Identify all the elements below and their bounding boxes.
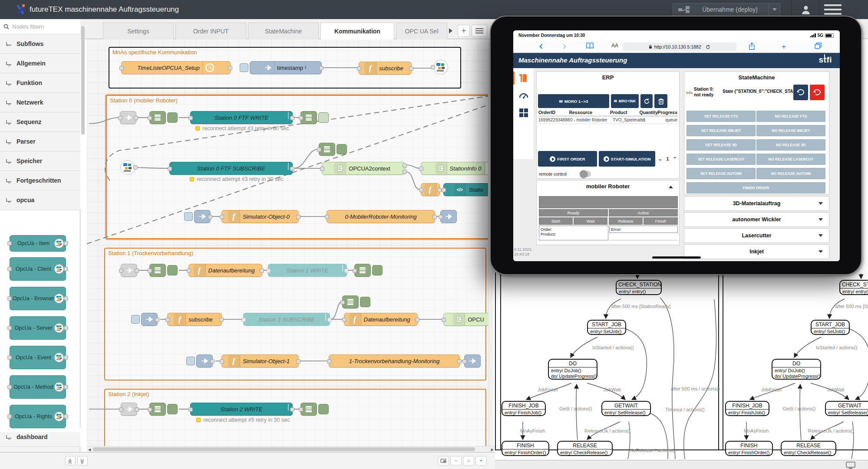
moro-button[interactable]: ✉MORO 1-->3 <box>538 94 609 108</box>
mro-ink-button[interactable]: ✉MRO+INK <box>611 94 639 108</box>
output-port[interactable] <box>135 269 139 273</box>
flow-node-statio[interactable]: </>Statio <box>443 183 495 196</box>
flow-node-timestamp[interactable]: timestamp ¹ <box>250 61 322 74</box>
flow-node-simulator-object-0[interactable]: fSimulator-Object-0 <box>221 210 299 223</box>
release-button-no-release-3d[interactable]: NO RELEASE 3D <box>756 139 825 151</box>
reload-icon[interactable] <box>706 45 710 49</box>
accordion-3d-materialauftrag[interactable]: 3D-Materialauftrag <box>684 196 829 211</box>
forward-button[interactable] <box>562 43 565 49</box>
flow-node-opcua2context[interactable]: OPCUA2context <box>322 162 405 175</box>
orders-tab-icon[interactable] <box>518 73 529 83</box>
output-port[interactable] <box>134 116 138 120</box>
palette-node-opcua-server[interactable]: OpcUa - Server <box>10 316 66 340</box>
release-button-set-release-lasercut[interactable]: SET RELEASE LASERCUT <box>686 154 756 165</box>
input-port[interactable] <box>148 407 152 412</box>
input-port[interactable] <box>188 407 193 412</box>
active-button[interactable]: Active <box>609 209 678 216</box>
order-count-stepper[interactable]: ⌄ 1 ⌃ <box>658 156 678 162</box>
output-port[interactable] <box>327 318 332 322</box>
flow-node-station-2-write[interactable]: Station 2 WRITE <box>190 403 293 416</box>
collapse-icon[interactable] <box>669 186 673 188</box>
input-port[interactable] <box>442 318 446 322</box>
first-order-button[interactable]: FIRST ORDER <box>538 151 597 167</box>
output-port[interactable] <box>319 66 323 70</box>
input-port[interactable] <box>299 407 303 412</box>
release-button-set-release-fts[interactable]: SET RELEASE FTS <box>686 111 756 122</box>
back-button[interactable] <box>540 43 544 49</box>
flow-node-subscribe[interactable]: fsubscribe <box>359 62 412 75</box>
output-port[interactable] <box>228 66 232 70</box>
palette-node-opcua-browser[interactable]: OpcUa - Browser <box>10 287 66 310</box>
flow-node-debug[interactable] <box>342 295 359 308</box>
flow-node-datenaufbereitung[interactable]: fDatenaufbereitung <box>344 313 418 326</box>
output-port-2[interactable] <box>403 170 407 174</box>
flow-node-gray-link[interactable] <box>121 403 137 416</box>
flow-node-inject-mini[interactable] <box>141 313 158 326</box>
input-port[interactable] <box>241 318 246 322</box>
input-port[interactable] <box>325 215 329 219</box>
input-port[interactable] <box>419 167 423 171</box>
output-port[interactable] <box>260 269 264 273</box>
flow-node-datenaufbereitung[interactable]: fDatenaufbereitung <box>188 264 262 277</box>
flow-node-inject-mini[interactable] <box>194 210 211 223</box>
palette-category-speicher[interactable]: ⌄Speicher <box>0 151 80 171</box>
wait-button[interactable]: Wait <box>574 217 607 225</box>
input-port[interactable] <box>118 116 122 120</box>
flow-canvas[interactable]: MnAs spezifische KommunikationStation 0 … <box>87 39 495 446</box>
output-port[interactable] <box>290 167 294 171</box>
flow-node-opcu[interactable]: OPCU <box>443 313 495 326</box>
flow-node-debug[interactable] <box>149 264 166 277</box>
inject-button[interactable] <box>184 212 193 221</box>
input-port[interactable] <box>320 167 324 171</box>
input-port[interactable] <box>462 359 467 364</box>
accordion-inkjet[interactable]: Inkjet <box>684 244 829 259</box>
tab-order-input[interactable]: Order INPUT <box>175 23 246 39</box>
tab-scroll-right-button[interactable] <box>446 25 455 36</box>
home-indicator[interactable] <box>652 256 701 259</box>
grid-tab-icon[interactable] <box>519 108 528 118</box>
zoom-out-button[interactable]: − <box>450 456 462 466</box>
inject-button[interactable] <box>186 357 195 365</box>
palette-category-sequenz[interactable]: ⌄Sequenz <box>0 112 80 132</box>
input-port[interactable] <box>168 167 172 171</box>
output-port[interactable] <box>290 116 294 120</box>
output-port[interactable] <box>219 318 224 322</box>
palette-category-netzwerk[interactable]: ⌄Netzwerk <box>0 93 80 112</box>
delete-button[interactable] <box>654 94 667 108</box>
input-port[interactable] <box>342 318 347 322</box>
finish-order-button[interactable]: FINISH ORDER <box>686 182 825 194</box>
flow-node-station-0-ftf-subscribe[interactable]: Station 0 FTF SUBSCRIBE <box>169 162 293 175</box>
flow-node-debug[interactable] <box>300 111 317 124</box>
input-port[interactable] <box>220 215 224 219</box>
release-button-set-release-autowi[interactable]: SET RELEASE AUTOWI <box>686 168 756 179</box>
release-button-set-release-3d[interactable]: SET RELEASE 3D <box>686 139 756 151</box>
flow-node-gray-link[interactable] <box>120 111 136 124</box>
main-menu-button[interactable] <box>824 4 842 15</box>
text-size-button[interactable]: AA <box>611 43 618 49</box>
flow-node-debug[interactable] <box>354 264 371 277</box>
input-port[interactable] <box>353 269 357 273</box>
output-port[interactable] <box>409 66 413 71</box>
input-port[interactable] <box>165 318 170 322</box>
debug-toggle-button[interactable] <box>372 265 383 275</box>
palette-category-allgemein[interactable]: ⌄Allgemein <box>0 54 80 73</box>
output-port[interactable] <box>457 359 462 364</box>
palette-node-opcua-item[interactable]: OpcUa - Item <box>10 235 66 252</box>
input-port[interactable] <box>220 359 224 364</box>
flow-node-blue-link[interactable] <box>464 354 481 367</box>
input-port[interactable] <box>340 300 345 305</box>
input-port[interactable] <box>119 269 123 273</box>
input-port[interactable] <box>317 148 321 152</box>
output-port[interactable] <box>133 165 138 170</box>
input-port[interactable] <box>357 66 361 71</box>
new-tab-button[interactable]: + <box>782 43 786 51</box>
gauge-tab-icon[interactable] <box>518 91 529 101</box>
address-bar[interactable]: http://10.10.130.5:1882 <box>623 43 736 51</box>
output-port-1[interactable] <box>403 164 407 168</box>
remote-control-toggle[interactable] <box>580 171 591 177</box>
flow-node-debug[interactable] <box>149 403 166 416</box>
output-port[interactable] <box>210 359 215 364</box>
deploy-button[interactable]: Übernahme (deploy) <box>673 3 780 16</box>
debug-toggle-button[interactable] <box>167 404 178 414</box>
release-button-no-release-lasercut[interactable]: NO RELEASE LASERCUT <box>756 154 825 165</box>
